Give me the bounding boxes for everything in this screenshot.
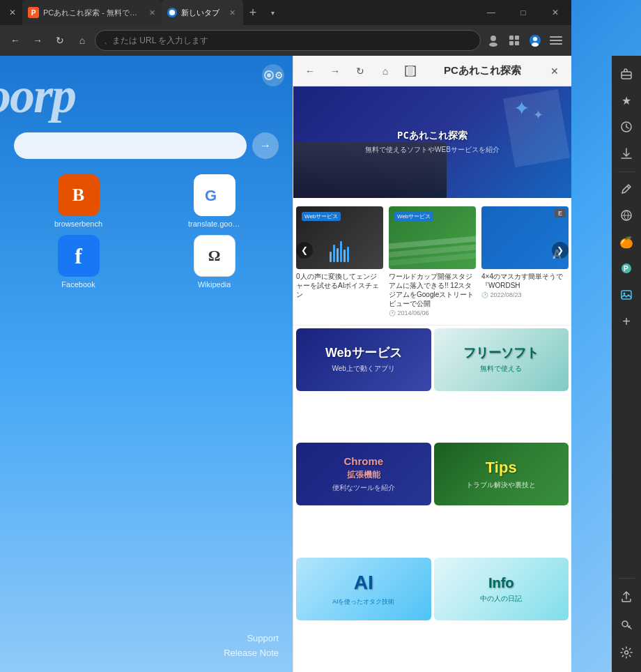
carousel-badge-2: E (555, 209, 566, 217)
panel-close-button[interactable]: ✕ (545, 61, 564, 81)
panel-back-button[interactable]: ← (300, 61, 320, 81)
tab-0-label: PCあれこれ探索 - 無料で使えるフリー... (43, 8, 141, 18)
carousel-badge-0: Webサービス (302, 212, 341, 221)
circle-p-icon[interactable]: P (614, 256, 639, 281)
profile-icon[interactable] (484, 31, 503, 50)
briefcase-icon[interactable] (614, 61, 639, 86)
menu-icon[interactable] (546, 31, 566, 50)
newtab-page: ⚙ oorp → B browserbench G (0, 56, 293, 672)
right-sidebar: ★ 🍊 P + (612, 56, 641, 672)
translate-icon[interactable] (614, 203, 639, 228)
tab-0-close[interactable]: ✕ (148, 7, 156, 18)
carousel-badge-1: Webサービス (394, 212, 433, 221)
carousel-item-2[interactable]: E A 4×4のマスカす簡単そうで『WORDSH 🕐 2022/08/23 (479, 204, 571, 319)
carousel-item-0[interactable]: Webサービス 0人の声に変換してェンジャーを試せるAIボイスチェン (293, 204, 386, 319)
svg-point-8 (533, 37, 537, 41)
panel-hero-subtitle: 無料で使えるソフトやWEBサービスを紹介 (365, 145, 500, 155)
cat-info-bg: Info 中の人の日記 (434, 558, 569, 620)
speed-dial-browserbench[interactable]: B browserbench (14, 174, 143, 228)
settings-icon[interactable] (614, 640, 639, 665)
svg-point-1 (491, 36, 496, 41)
tab-0[interactable]: P PCあれこれ探索 - 無料で使えるフリー... ✕ (22, 0, 162, 25)
carousel-prev-button[interactable]: ❮ (296, 242, 313, 259)
cat-chrome-sub: 便利なツールを紹介 (332, 483, 395, 493)
close-button[interactable]: ✕ (539, 0, 571, 25)
tab-1[interactable]: 新しいタブ ✕ (162, 0, 243, 25)
category-free[interactable]: フリーソフト 無料で使える (434, 328, 569, 391)
speed-dial-facebook[interactable]: f Facebook (14, 235, 143, 289)
svg-rect-12 (550, 43, 562, 45)
rs-bottom-icons (614, 574, 639, 672)
category-tips[interactable]: Tips トラブル解決や裏技と (434, 443, 569, 505)
home-button[interactable]: ⌂ (72, 31, 92, 50)
key-icon[interactable] (614, 612, 639, 637)
cat-web-label: Webサービス (325, 346, 402, 361)
star-icon[interactable]: ★ (614, 88, 639, 113)
svg-rect-28 (621, 291, 631, 299)
speed-dial-translate-label: translate.google (188, 220, 240, 228)
svg-point-32 (625, 651, 628, 655)
download-icon[interactable] (614, 141, 639, 166)
carousel-item-1[interactable]: Webサービス ワールドカップ開催スタジアムに落入できる!! 12スタジアムをG… (386, 204, 479, 319)
release-note-link[interactable]: Release Note (224, 648, 279, 658)
panel-header: ← → ↻ ⌂ PCあれこれ探索 ✕ (293, 56, 571, 86)
carousel-caption-2: 4×4のマスカす簡単そうで『WORDSH (481, 272, 569, 290)
extensions-icon[interactable] (504, 31, 524, 50)
svg-rect-15 (408, 66, 413, 76)
orange-icon[interactable]: 🍊 (614, 229, 639, 254)
cat-tips-sub: トラブル解決や裏技と (466, 480, 536, 490)
speed-dial-browserbench-label: browserbench (54, 220, 102, 228)
svg-rect-3 (509, 36, 513, 40)
svg-rect-4 (515, 36, 519, 40)
back-button[interactable]: ← (6, 31, 25, 50)
newtab-settings-button[interactable]: ⚙ (262, 64, 284, 86)
pen-icon[interactable] (614, 176, 639, 201)
category-ai[interactable]: AI AIを使ったオタク技術 (296, 558, 431, 620)
minimize-button[interactable]: — (475, 0, 507, 25)
clock-icon[interactable] (614, 114, 639, 139)
maximize-button[interactable]: □ (507, 0, 539, 25)
svg-rect-10 (550, 36, 562, 38)
share-icon[interactable] (614, 584, 639, 609)
speed-dial-translate-icon: G (194, 174, 235, 216)
cat-ai-sub: AIを使ったオタク技術 (332, 597, 395, 606)
image-panel-icon[interactable] (614, 282, 639, 307)
cat-free-label: フリーソフト (463, 346, 539, 361)
carousel-caption-1: ワールドカップ開催スタジアムに落入できる!! 12スタジアムをGoogleストリ… (389, 272, 476, 308)
category-grid: Webサービス Web上で動くアプリ フリーソフト 無料で使える Chrome拡… (293, 326, 571, 672)
add-panel-icon[interactable]: + (614, 309, 639, 334)
panel-home-button[interactable]: ⌂ (376, 61, 395, 81)
category-chrome[interactable]: Chrome拡張機能 便利なツールを紹介 (296, 443, 431, 505)
tab-1-favicon (167, 8, 177, 17)
panel-title: PCあれこれ探索 (426, 64, 539, 77)
refresh-button[interactable]: ↻ (50, 31, 70, 50)
svg-point-9 (532, 43, 539, 47)
cat-info-label: Info (488, 574, 514, 591)
tab-dropdown-button[interactable]: ▾ (263, 3, 282, 22)
user-icon[interactable] (525, 31, 545, 50)
panel-expand-button[interactable] (401, 61, 420, 81)
tab-close-btn-0[interactable]: ✕ (3, 3, 22, 22)
carousel-inner: Webサービス 0人の声に変換してェンジャーを試せるAIボイスチェン (293, 204, 571, 319)
newtab-search-button[interactable]: → (252, 132, 279, 159)
category-web[interactable]: Webサービス Web上で動くアプリ (296, 328, 431, 391)
newtab-search-input[interactable] (14, 132, 247, 159)
new-tab-button[interactable]: + (243, 3, 263, 22)
forward-button[interactable]: → (28, 31, 47, 50)
speed-dial-wikipedia[interactable]: Ω Wikipedia (150, 235, 279, 289)
address-text: 、または URL を入力します (104, 35, 208, 47)
panel-forward-button[interactable]: → (325, 61, 345, 81)
category-info[interactable]: Info 中の人の日記 (434, 558, 569, 620)
panel-refresh-button[interactable]: ↻ (350, 61, 370, 81)
sidebar-panel: ← → ↻ ⌂ PCあれこれ探索 ✕ ✦ ✦ (293, 56, 571, 672)
carousel-next-button[interactable]: ❯ (552, 242, 569, 259)
tab-1-close[interactable]: ✕ (226, 7, 238, 18)
address-input[interactable]: 、または URL を入力します (95, 30, 481, 51)
cat-tips-label: Tips (486, 459, 517, 477)
speed-dial-wikipedia-label: Wikipedia (198, 280, 231, 289)
speed-dial-translate[interactable]: G translate.google (150, 174, 279, 228)
cat-ai-bg: AI AIを使ったオタク技術 (296, 558, 431, 620)
support-link[interactable]: Support (247, 633, 279, 643)
newtab-bottom-links: Support Release Note (224, 633, 279, 658)
cat-tips-bg: Tips トラブル解決や裏技と (434, 443, 569, 505)
